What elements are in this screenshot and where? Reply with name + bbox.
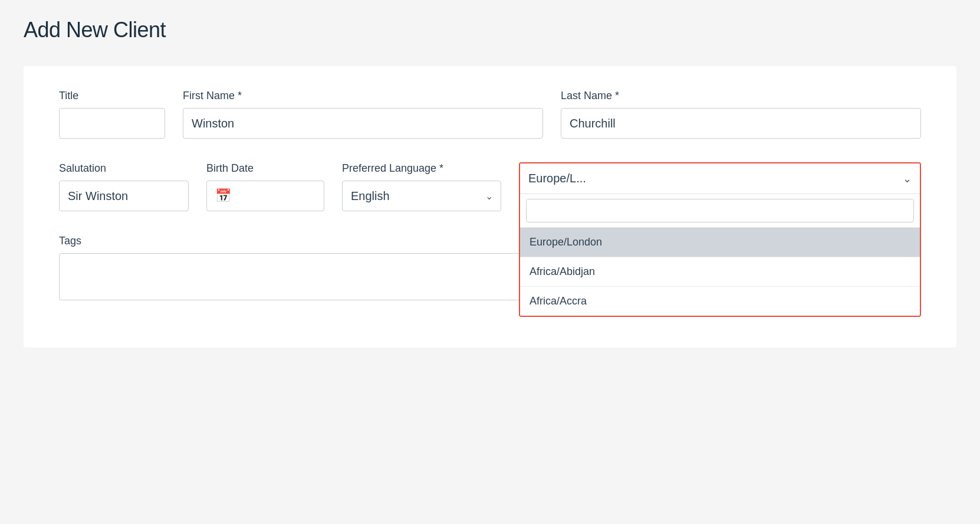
preferred-language-label: Preferred Language *	[342, 162, 501, 175]
first-name-input[interactable]	[183, 108, 543, 139]
time-zone-selected-value[interactable]: Europe/L... ⌄	[520, 163, 920, 194]
timezone-option-africa-abidjan[interactable]: Africa/Abidjan	[520, 257, 920, 286]
salutation-label: Salutation	[59, 162, 189, 175]
time-zone-options-list: Europe/London Africa/Abidjan Africa/Accr…	[520, 228, 920, 316]
timezone-option-africa-accra[interactable]: Africa/Accra	[520, 286, 920, 316]
preferred-language-wrapper: English French Spanish German ⌄	[342, 181, 501, 211]
birth-date-label: Birth Date	[206, 162, 324, 175]
title-input[interactable]	[59, 108, 165, 139]
preferred-language-group: Preferred Language * English French Span…	[342, 162, 501, 211]
birth-date-group: Birth Date 📅	[206, 162, 324, 211]
time-zone-group: Time Zone Europe/L... ⌄ Europe/London Af…	[519, 162, 921, 175]
preferred-language-select[interactable]: English French Spanish German	[342, 181, 501, 211]
last-name-input[interactable]	[561, 108, 921, 139]
time-zone-search-input[interactable]	[526, 199, 914, 222]
time-zone-search-box	[520, 194, 920, 228]
calendar-icon: 📅	[215, 188, 231, 204]
name-row: Title First Name * Last Name *	[59, 90, 921, 139]
first-name-label: First Name *	[183, 90, 543, 102]
salutation-group: Salutation	[59, 162, 189, 211]
last-name-group: Last Name *	[561, 90, 921, 139]
title-group: Title	[59, 90, 165, 139]
birth-date-input[interactable]: 📅	[206, 181, 324, 211]
salutation-input[interactable]	[59, 181, 189, 211]
page-title: Add New Client	[24, 18, 956, 42]
chevron-down-icon: ⌄	[903, 172, 912, 185]
title-label: Title	[59, 90, 165, 102]
first-name-group: First Name *	[183, 90, 543, 139]
details-row: Salutation Birth Date 📅 Preferred Langua…	[59, 162, 921, 211]
time-zone-dropdown[interactable]: Europe/L... ⌄ Europe/London Africa/Abidj…	[519, 162, 921, 317]
timezone-option-europe-london[interactable]: Europe/London	[520, 228, 920, 257]
form-container: Title First Name * Last Name * Salutatio…	[24, 66, 956, 348]
time-zone-current-value: Europe/L...	[528, 172, 586, 185]
last-name-label: Last Name *	[561, 90, 921, 102]
